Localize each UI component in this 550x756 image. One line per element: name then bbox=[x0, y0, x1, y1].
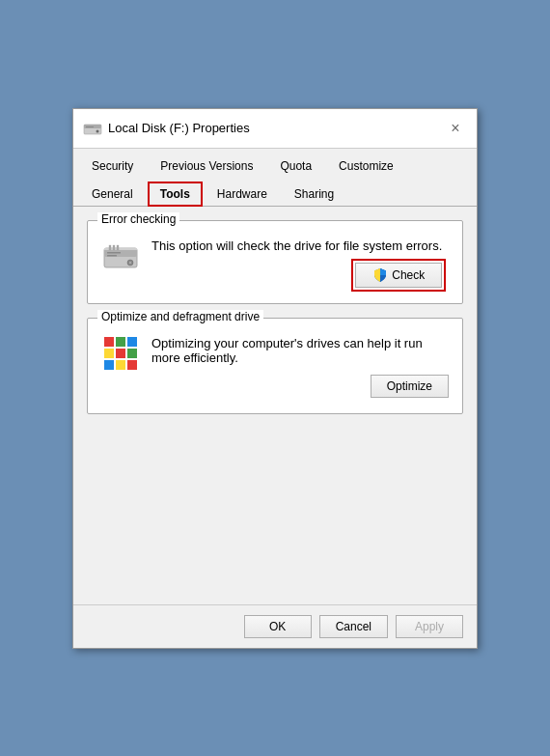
tab-sharing[interactable]: Sharing bbox=[282, 182, 346, 207]
optimize-description: Optimizing your computer's drives can he… bbox=[151, 336, 423, 365]
svg-point-2 bbox=[96, 129, 99, 132]
svg-rect-11 bbox=[109, 245, 111, 250]
shield-uac-icon bbox=[372, 267, 388, 283]
svg-rect-13 bbox=[117, 245, 119, 250]
svg-rect-12 bbox=[113, 245, 115, 250]
svg-rect-20 bbox=[104, 360, 114, 370]
svg-rect-16 bbox=[127, 337, 137, 347]
tabs-container: Security Previous Versions Quota Customi… bbox=[73, 149, 477, 207]
error-checking-label: Error checking bbox=[97, 212, 179, 226]
optimize-button[interactable]: Optimize bbox=[371, 375, 449, 398]
error-checking-content: This option will check the drive for fil… bbox=[101, 238, 449, 288]
svg-rect-17 bbox=[104, 349, 114, 358]
svg-rect-19 bbox=[127, 349, 137, 358]
optimize-section: Optimize and defragment drive bbox=[87, 318, 463, 414]
tab-previous-versions[interactable]: Previous Versions bbox=[148, 154, 265, 178]
error-checking-section: Error checking bbox=[87, 220, 463, 304]
hdd-icon bbox=[101, 238, 140, 273]
cancel-button[interactable]: Cancel bbox=[319, 615, 388, 638]
svg-rect-3 bbox=[86, 126, 94, 127]
svg-rect-22 bbox=[127, 360, 137, 370]
close-button[interactable]: × bbox=[444, 117, 467, 140]
tabs-row-1: Security Previous Versions Quota Customi… bbox=[73, 149, 477, 177]
optimize-text-block: Optimizing your computer's drives can he… bbox=[151, 336, 449, 398]
optimize-content: Optimizing your computer's drives can he… bbox=[101, 336, 449, 398]
error-checking-description: This option will check the drive for fil… bbox=[151, 238, 442, 253]
check-button[interactable]: Check bbox=[355, 263, 442, 288]
svg-rect-18 bbox=[116, 349, 125, 358]
tab-hardware[interactable]: Hardware bbox=[205, 182, 280, 207]
optimize-button-row: Optimize bbox=[151, 375, 449, 398]
optimize-label: Optimize and defragment drive bbox=[97, 310, 263, 323]
apply-button[interactable]: Apply bbox=[396, 615, 463, 638]
svg-rect-21 bbox=[116, 360, 125, 370]
svg-rect-14 bbox=[104, 337, 114, 347]
defrag-icon bbox=[101, 336, 140, 371]
svg-rect-15 bbox=[116, 337, 125, 347]
window-title: Local Disk (F:) Properties bbox=[108, 121, 250, 135]
tab-security[interactable]: Security bbox=[79, 154, 146, 178]
tab-content: Error checking bbox=[73, 207, 477, 604]
bottom-bar: OK Cancel Apply bbox=[73, 604, 477, 648]
properties-window: Local Disk (F:) Properties × Security Pr… bbox=[72, 108, 478, 649]
ok-button[interactable]: OK bbox=[244, 615, 312, 638]
tabs-row-2: General Tools Hardware Sharing bbox=[73, 177, 477, 206]
error-checking-button-row: Check bbox=[151, 263, 442, 288]
tab-general[interactable]: General bbox=[79, 182, 146, 207]
optimize-button-label: Optimize bbox=[387, 379, 432, 393]
error-checking-text: This option will check the drive for fil… bbox=[151, 238, 442, 288]
svg-rect-10 bbox=[107, 255, 117, 257]
tab-tools[interactable]: Tools bbox=[148, 182, 203, 207]
svg-point-8 bbox=[129, 261, 131, 263]
tab-customize[interactable]: Customize bbox=[326, 154, 406, 178]
tab-quota[interactable]: Quota bbox=[267, 154, 324, 178]
drive-icon bbox=[83, 121, 102, 136]
svg-rect-9 bbox=[107, 252, 121, 254]
check-button-label: Check bbox=[392, 268, 425, 282]
title-bar: Local Disk (F:) Properties × bbox=[73, 109, 477, 149]
title-bar-left: Local Disk (F:) Properties bbox=[83, 121, 250, 136]
